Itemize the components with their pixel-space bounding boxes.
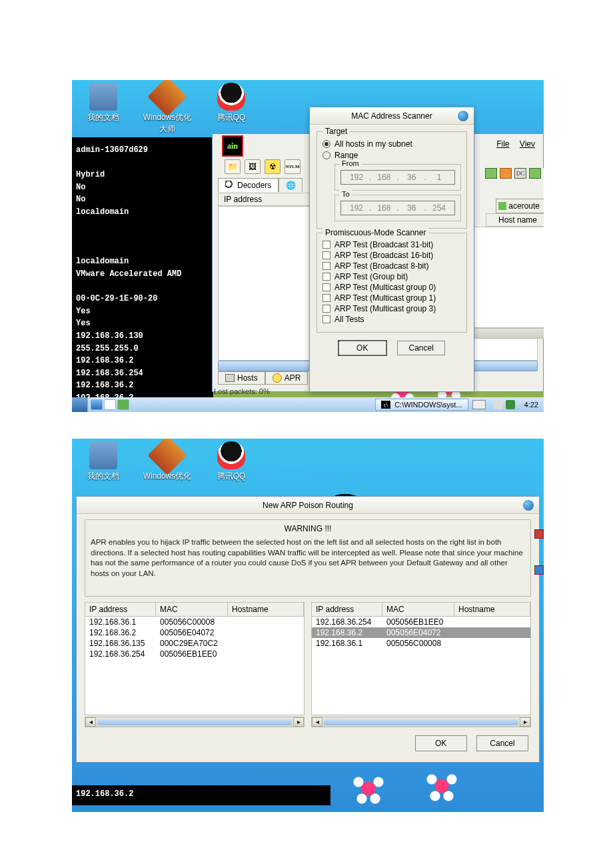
clock[interactable]: 4:22 — [519, 401, 544, 409]
command-prompt[interactable]: admin-13607d629 Hybrid No No localdomain… — [72, 137, 213, 400]
checkbox-label: ARP Test (Multicast group 1) — [334, 293, 436, 303]
menu-view[interactable]: Viev — [520, 139, 535, 149]
ip-dot: . — [368, 173, 372, 182]
scroll-track[interactable] — [97, 719, 292, 725]
test-checkbox[interactable]: ARP Test (Multicast group 3) — [322, 304, 461, 313]
taskbar[interactable]: c\C:\WINDOWS\syst... 4:22 — [72, 397, 544, 412]
col-hostname[interactable]: Host name — [486, 213, 544, 227]
checkbox-icon — [322, 251, 330, 259]
table-row[interactable]: 192.168.36.254005056EB1EE0 — [85, 649, 304, 659]
open-icon[interactable] — [225, 159, 241, 174]
tab-decoders[interactable]: Decoders — [218, 178, 279, 192]
test-checkbox[interactable]: ARP Test (Broadcast 8-bit) — [322, 261, 461, 271]
scroll-right-icon[interactable]: ▸ — [293, 717, 304, 727]
test-checkbox[interactable]: ARP Test (Multicast group 1) — [322, 293, 461, 303]
scroll-left-icon[interactable]: ◂ — [312, 717, 322, 727]
from-fieldset: From 192. 168. 36. 1 — [334, 164, 461, 191]
col-hostname[interactable]: Hostname — [454, 603, 530, 616]
cain-menubar[interactable]: File Viev — [488, 139, 535, 149]
ip-to-input[interactable]: 192. 168. 36. 254 — [340, 201, 455, 215]
ql-ie-icon[interactable] — [91, 399, 103, 410]
radio-range[interactable]: Range — [322, 151, 461, 160]
test-checkbox[interactable]: All Tests — [322, 315, 461, 324]
desktop-icon[interactable]: Windows优化大师 — [141, 83, 193, 135]
scroll-right-icon[interactable]: ▸ — [520, 717, 530, 727]
test-checkbox[interactable]: ARP Test (Broadcast 31-bit) — [322, 240, 461, 249]
table-row[interactable]: 192.168.36.135000C29EA70C2 — [85, 638, 304, 649]
tab-next[interactable]: 🌐 — [279, 178, 303, 192]
right-list[interactable]: IP address MAC Hostname 192.168.36.25400… — [311, 602, 531, 727]
scroll-track[interactable] — [324, 719, 518, 725]
cell-ip: 192.168.36.254 — [312, 617, 382, 627]
tab-traceroute[interactable]: aceroute — [496, 199, 544, 213]
col-ip[interactable]: IP address — [312, 603, 382, 616]
cell-mac: 005056E04072 — [382, 627, 454, 638]
radio-all-hosts[interactable]: All hosts in my subnet — [322, 139, 461, 149]
col-hostname[interactable]: Hostname — [228, 603, 304, 616]
ip-from-input[interactable]: 192. 168. 36. 1 — [340, 170, 455, 185]
right-scrollbar[interactable] — [473, 328, 544, 339]
card-icon[interactable] — [245, 159, 261, 174]
scrollbar[interactable]: ◂▸ — [311, 717, 531, 727]
right-list[interactable] — [473, 227, 544, 328]
cell-ip: 192.168.36.1 — [85, 617, 156, 627]
col-ip[interactable]: IP address — [85, 603, 156, 616]
tray-icon[interactable] — [494, 400, 503, 409]
table-row[interactable]: 192.168.36.254005056EB1EE0 — [312, 617, 530, 627]
ntlm-icon[interactable] — [285, 159, 301, 174]
target-legend: Target — [322, 127, 350, 136]
help-orb-icon[interactable] — [458, 111, 468, 121]
scrollbar[interactable]: ◂▸ — [85, 717, 305, 727]
desktop-icon[interactable]: 我的文档 — [77, 441, 129, 482]
menu-file[interactable]: File — [496, 139, 509, 149]
taskbar-task-cmd[interactable]: c\C:\WINDOWS\syst... — [375, 399, 468, 411]
col-mac[interactable]: MAC — [382, 603, 454, 616]
desktop-icon[interactable]: 腾讯QQ — [205, 83, 257, 135]
promiscuous-fieldset: Promiscuous-Mode Scanner ARP Test (Broad… — [316, 233, 467, 333]
chip-icon[interactable] — [485, 168, 497, 179]
table-row[interactable]: 192.168.36.1005056C00008 — [85, 617, 304, 627]
ime-icon[interactable] — [472, 400, 486, 409]
cancel-button[interactable]: Cancel — [476, 735, 528, 751]
ok-button[interactable]: OK — [338, 341, 386, 355]
table-row[interactable]: 192.168.36.1005056C00008 — [312, 638, 530, 649]
checkbox-icon — [322, 294, 330, 302]
right-toolbar-icons: DC — [485, 168, 541, 179]
nuke-icon[interactable] — [265, 159, 281, 174]
table-row[interactable]: 192.168.36.2005056E04072 — [312, 627, 530, 638]
net-icon[interactable] — [529, 168, 541, 179]
desktop-icon[interactable]: Windows优化 — [141, 441, 193, 482]
qq-icon — [217, 83, 245, 111]
ql-desktop-icon[interactable] — [104, 399, 116, 410]
dc-icon[interactable]: DC — [514, 168, 526, 179]
ql-app-icon[interactable] — [117, 399, 129, 410]
table-row[interactable]: 192.168.36.2005056E04072 — [85, 627, 304, 638]
cmd-icon: c\ — [381, 401, 390, 409]
left-list-body[interactable]: 192.168.36.1005056C00008192.168.36.20050… — [85, 617, 305, 715]
cancel-button[interactable]: Cancel — [397, 341, 445, 355]
start-button[interactable] — [72, 397, 88, 412]
btab-apr[interactable]: APR — [265, 371, 308, 385]
col-mac[interactable]: MAC — [156, 603, 228, 616]
desktop-icon[interactable]: 我的文档 — [77, 83, 129, 135]
test-checkbox[interactable]: ARP Test (Multicast group 0) — [322, 283, 461, 292]
help-orb-icon[interactable] — [523, 500, 534, 511]
list-header: IP address MAC Hostname — [85, 602, 305, 617]
tray-icon[interactable] — [506, 400, 515, 409]
btab-hosts[interactable]: Hosts — [218, 371, 265, 385]
test-checkbox[interactable]: ARP Test (Broadcast 16-bit) — [322, 251, 461, 260]
nuke-small-icon — [273, 373, 282, 383]
desktop-icon[interactable]: 腾讯QQ — [205, 441, 257, 482]
ok-button[interactable]: OK — [415, 735, 467, 751]
left-list[interactable]: IP address MAC Hostname 192.168.36.10050… — [85, 602, 305, 727]
cain-right-panel: DC aceroute Host name — [473, 168, 544, 332]
test-checkbox[interactable]: ARP Test (Group bit) — [322, 272, 461, 281]
command-prompt[interactable]: 192.168.36.2 — [72, 785, 330, 805]
cell-mac: 005056C00008 — [156, 617, 228, 627]
vpn-icon[interactable] — [500, 168, 512, 179]
host-lists: IP address MAC Hostname 192.168.36.10050… — [77, 602, 539, 727]
mac-scanner-dialog[interactable]: MAC Address Scanner Target All hosts in … — [309, 107, 474, 392]
apr-dialog[interactable]: New ARP Poison Routing WARNING !!! APR e… — [76, 496, 540, 763]
right-list-body[interactable]: 192.168.36.254005056EB1EE0192.168.36.200… — [311, 617, 531, 715]
scroll-left-icon[interactable]: ◂ — [85, 717, 96, 727]
